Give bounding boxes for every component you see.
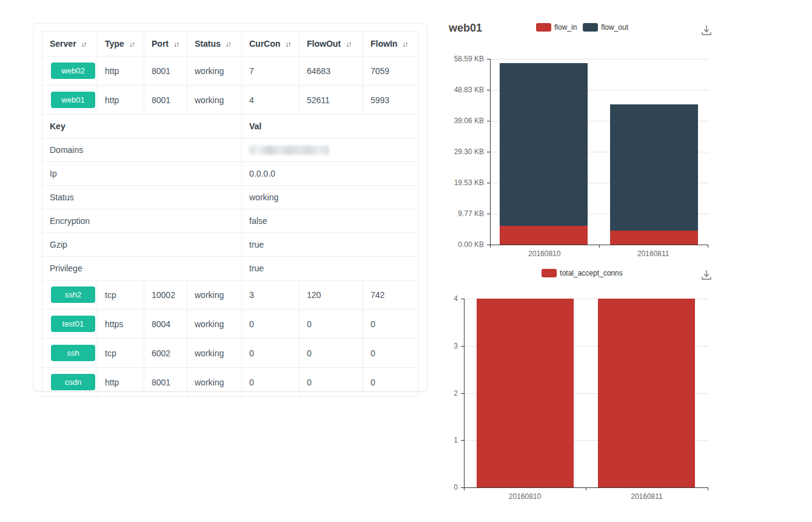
x-axis-tick bbox=[490, 245, 491, 248]
detail-header-row: KeyVal bbox=[42, 115, 418, 138]
cell-curcon: 7 bbox=[242, 56, 300, 86]
cell-flowout: 0 bbox=[300, 310, 363, 339]
column-label: Port bbox=[152, 39, 169, 49]
cell-flowout: 52611 bbox=[300, 86, 363, 115]
detail-val: working bbox=[242, 186, 418, 209]
detail-val: true bbox=[242, 233, 418, 257]
column-header-status[interactable]: Status↓↑ bbox=[187, 32, 242, 56]
cell-port: 8001 bbox=[144, 368, 187, 397]
cell-server: csdn bbox=[42, 368, 98, 397]
bar-flow_out-20160810 bbox=[500, 63, 588, 226]
cell-server: web01 bbox=[42, 86, 98, 115]
legend-label: flow_in bbox=[554, 23, 577, 32]
cell-port: 8004 bbox=[144, 310, 187, 339]
cell-server: web02 bbox=[42, 56, 98, 86]
y-axis-tick bbox=[487, 121, 490, 121]
table-row: web01http8001working4526115993 bbox=[42, 86, 418, 115]
bar-flow_in-20160811 bbox=[610, 231, 698, 245]
cell-flowout: 0 bbox=[300, 339, 363, 368]
server-button-ssh[interactable]: ssh bbox=[51, 345, 95, 361]
legend-item-total_accept_conns[interactable]: total_accept_conns bbox=[542, 269, 622, 277]
cell-flowin: 5993 bbox=[363, 86, 418, 115]
cell-status: working bbox=[187, 86, 242, 115]
save-as-image-icon[interactable] bbox=[700, 269, 713, 282]
y-axis-tick bbox=[487, 59, 490, 59]
y-axis-tick bbox=[461, 299, 464, 299]
column-header-port[interactable]: Port↓↑ bbox=[144, 32, 187, 56]
detail-key: Encryption bbox=[42, 209, 242, 233]
legend-item-flow_in[interactable]: flow_in bbox=[536, 23, 577, 32]
server-button-test01[interactable]: test01 bbox=[51, 316, 95, 332]
column-label: Status bbox=[195, 39, 221, 49]
y-axis-tick bbox=[487, 214, 490, 214]
sort-icon: ↓↑ bbox=[226, 40, 230, 49]
cell-flowin: 0 bbox=[363, 368, 418, 397]
x-axis-label: 20160811 bbox=[637, 249, 669, 258]
table-row: ssh2tcp10002working3120742 bbox=[42, 280, 418, 310]
x-axis-label: 20160811 bbox=[631, 492, 663, 501]
cell-port: 6002 bbox=[144, 339, 187, 368]
sort-icon: ↓↑ bbox=[173, 40, 178, 49]
sort-icon: ↓↑ bbox=[285, 40, 290, 49]
y-axis-label: 1 bbox=[447, 436, 458, 444]
redacted-domains-value bbox=[249, 146, 329, 155]
server-button-web02[interactable]: web02 bbox=[51, 63, 95, 79]
detail-key: Status bbox=[42, 186, 242, 209]
column-header-flowin[interactable]: FlowIn↓↑ bbox=[363, 32, 418, 56]
x-axis-tick bbox=[599, 245, 600, 248]
conns-chart: total_accept_conns012342016081020160811 bbox=[449, 264, 716, 507]
detail-row: Gziptrue bbox=[42, 233, 418, 257]
detail-key: Gzip bbox=[42, 233, 242, 257]
y-axis-label: 2 bbox=[447, 389, 458, 398]
cell-type: tcp bbox=[98, 339, 144, 368]
cell-type: http bbox=[98, 368, 144, 397]
cell-curcon: 0 bbox=[242, 310, 300, 339]
cell-curcon: 0 bbox=[242, 339, 300, 368]
detail-row: Domains bbox=[42, 138, 418, 162]
chart-legend: flow_inflow_out bbox=[449, 23, 716, 32]
column-label: Server bbox=[50, 39, 76, 49]
sort-icon: ↓↑ bbox=[129, 40, 134, 49]
y-axis-label: 3 bbox=[447, 342, 458, 350]
x-axis-label: 20160810 bbox=[528, 249, 560, 258]
cell-flowin: 742 bbox=[363, 280, 418, 310]
y-axis-label: 19.53 KB bbox=[446, 178, 484, 187]
y-axis-tick bbox=[487, 183, 490, 183]
column-label: FlowIn bbox=[371, 39, 397, 49]
server-table: Server↓↑Type↓↑Port↓↑Status↓↑CurCon↓↑Flow… bbox=[42, 31, 418, 397]
table-row: csdnhttp8001working000 bbox=[42, 368, 418, 397]
cell-curcon: 0 bbox=[242, 368, 300, 397]
y-axis-label: 48.83 KB bbox=[446, 86, 484, 94]
plot-area bbox=[464, 299, 708, 488]
x-axis-tick bbox=[708, 245, 708, 248]
detail-val: 0.0.0.0 bbox=[242, 162, 418, 186]
cell-flowin: 0 bbox=[363, 310, 418, 339]
plot-area bbox=[490, 59, 708, 245]
cell-status: working bbox=[187, 280, 242, 310]
cell-type: http bbox=[98, 86, 144, 115]
x-axis-label: 20160810 bbox=[509, 492, 541, 501]
detail-key-header: Key bbox=[42, 115, 242, 138]
cell-flowout: 120 bbox=[300, 280, 363, 310]
cell-status: working bbox=[187, 56, 242, 86]
table-row: test01https8004working000 bbox=[42, 310, 418, 339]
y-axis-label: 4 bbox=[447, 294, 458, 303]
server-button-ssh2[interactable]: ssh2 bbox=[51, 286, 95, 303]
chart-legend: total_accept_conns bbox=[449, 269, 716, 277]
column-header-type[interactable]: Type↓↑ bbox=[98, 32, 144, 56]
detail-val: true bbox=[242, 257, 418, 280]
y-axis-label: 0 bbox=[447, 483, 458, 492]
server-button-web01[interactable]: web01 bbox=[51, 92, 95, 108]
cell-status: working bbox=[187, 368, 242, 397]
column-header-curcon[interactable]: CurCon↓↑ bbox=[242, 32, 300, 56]
server-button-csdn[interactable]: csdn bbox=[51, 374, 95, 390]
column-header-flowout[interactable]: FlowOut↓↑ bbox=[300, 32, 363, 56]
save-as-image-icon[interactable] bbox=[700, 24, 713, 38]
legend-item-flow_out[interactable]: flow_out bbox=[583, 23, 628, 32]
column-label: FlowOut bbox=[307, 39, 341, 49]
detail-row: Ip0.0.0.0 bbox=[42, 162, 418, 186]
column-header-server[interactable]: Server↓↑ bbox=[42, 32, 98, 56]
cell-port: 8001 bbox=[144, 56, 187, 86]
cell-type: tcp bbox=[98, 280, 144, 310]
cell-curcon: 4 bbox=[242, 86, 300, 115]
